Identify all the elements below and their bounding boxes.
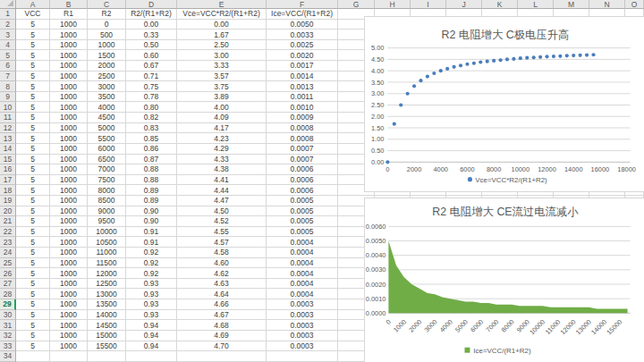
cell-A29[interactable]: 5 (16, 299, 50, 310)
cell-B5[interactable]: 1000 (50, 50, 88, 61)
cell-A26[interactable]: 5 (16, 268, 50, 279)
column-header-G[interactable]: G (338, 0, 375, 9)
cell-C23[interactable]: 10500 (88, 237, 126, 248)
cell-B7[interactable]: 1000 (50, 72, 88, 82)
cell-E21[interactable]: 4.52 (177, 216, 267, 227)
cell-D18[interactable]: 0.89 (126, 185, 177, 196)
cell-F6[interactable]: 0.0017 (267, 61, 338, 72)
cell-D3[interactable]: 0.33 (126, 29, 177, 40)
cell-A3[interactable]: 5 (16, 29, 50, 40)
row-header-19[interactable]: 19 (0, 196, 16, 206)
cell-E23[interactable]: 4.57 (177, 237, 267, 248)
cell-B9[interactable]: 1000 (50, 92, 88, 103)
cell-C1[interactable]: R2 (88, 9, 126, 20)
cell-C12[interactable]: 5000 (88, 123, 126, 134)
cell-B3[interactable]: 1000 (50, 29, 88, 40)
cell-F22[interactable]: 0.0005 (267, 227, 338, 238)
cell-E1[interactable]: Vce=VCC*R2/(R1+R2) (177, 9, 267, 20)
cell-F18[interactable]: 0.0006 (267, 185, 338, 196)
column-header-D[interactable]: D (126, 0, 177, 9)
row-header-21[interactable]: 21 (0, 216, 16, 227)
row-header-6[interactable]: 6 (0, 61, 16, 72)
row-header-30[interactable]: 30 (0, 310, 16, 321)
cell-C8[interactable]: 3000 (88, 81, 126, 92)
cell-A14[interactable]: 5 (16, 144, 50, 155)
column-header-I[interactable]: I (411, 0, 446, 9)
cell-E6[interactable]: 3.33 (177, 61, 267, 72)
cell-E33[interactable]: 4.70 (177, 341, 267, 352)
row-header-1[interactable]: 1 (0, 9, 16, 20)
cell-C32[interactable]: 15000 (88, 331, 126, 341)
row-header-5[interactable]: 5 (0, 50, 16, 61)
cell-A27[interactable]: 5 (16, 279, 50, 290)
cell-E24[interactable]: 4.58 (177, 248, 267, 258)
cell-E25[interactable]: 4.60 (177, 258, 267, 269)
cell-F24[interactable]: 0.0004 (267, 248, 338, 258)
row-header-15[interactable]: 15 (0, 155, 16, 165)
row-header-12[interactable]: 12 (0, 123, 16, 134)
cell-D17[interactable]: 0.88 (126, 175, 177, 186)
cell-C9[interactable]: 3500 (88, 92, 126, 103)
cell-F9[interactable]: 0.0011 (267, 92, 338, 103)
cell-D34[interactable] (126, 351, 177, 362)
column-header-O[interactable]: O (625, 0, 644, 9)
row-header-4[interactable]: 4 (0, 40, 16, 51)
cell-F11[interactable]: 0.0009 (267, 113, 338, 123)
cell-C21[interactable]: 9500 (88, 216, 126, 227)
select-all-corner[interactable] (0, 0, 16, 9)
cell-B1[interactable]: R1 (50, 9, 88, 20)
cell-E10[interactable]: 4.00 (177, 102, 267, 113)
cell-C22[interactable]: 10000 (88, 227, 126, 238)
cell-D29[interactable]: 0.93 (126, 299, 177, 310)
cell-B26[interactable]: 1000 (50, 268, 88, 279)
cell-A15[interactable]: 5 (16, 155, 50, 165)
row-header-25[interactable]: 25 (0, 258, 16, 269)
column-header-H[interactable]: H (375, 0, 411, 9)
cell-F16[interactable]: 0.0006 (267, 164, 338, 175)
cell-D15[interactable]: 0.87 (126, 155, 177, 165)
cell-C6[interactable]: 2000 (88, 61, 126, 72)
cell-A2[interactable]: 5 (16, 20, 50, 30)
cell-A16[interactable]: 5 (16, 164, 50, 175)
cell-F29[interactable]: 0.0003 (267, 299, 338, 310)
cell-C5[interactable]: 1500 (88, 50, 126, 61)
cell-E15[interactable]: 4.33 (177, 155, 267, 165)
cell-E8[interactable]: 3.75 (177, 81, 267, 92)
chart-vce-scatter[interactable]: R2 电阻增大 C极电压升高0.000.501.001.502.002.503.… (364, 16, 644, 192)
cell-E11[interactable]: 4.09 (177, 113, 267, 123)
cell-A31[interactable]: 5 (16, 320, 50, 331)
cell-D16[interactable]: 0.88 (126, 164, 177, 175)
row-header-33[interactable]: 33 (0, 341, 16, 352)
cell-B10[interactable]: 1000 (50, 102, 88, 113)
cell-E13[interactable]: 4.23 (177, 133, 267, 144)
cell-B12[interactable]: 1000 (50, 123, 88, 134)
column-header-N[interactable]: N (589, 0, 625, 9)
row-header-16[interactable]: 16 (0, 164, 16, 175)
cell-E17[interactable]: 4.41 (177, 175, 267, 186)
cell-D2[interactable]: 0.00 (126, 20, 177, 30)
row-header-11[interactable]: 11 (0, 113, 16, 123)
cell-C26[interactable]: 12000 (88, 268, 126, 279)
cell-B25[interactable]: 1000 (50, 258, 88, 269)
cell-A4[interactable]: 5 (16, 40, 50, 51)
row-header-7[interactable]: 7 (0, 72, 16, 82)
row-header-20[interactable]: 20 (0, 206, 16, 217)
cell-B2[interactable]: 1000 (50, 20, 88, 30)
cell-D13[interactable]: 0.85 (126, 133, 177, 144)
cell-D21[interactable]: 0.90 (126, 216, 177, 227)
cell-D25[interactable]: 0.92 (126, 258, 177, 269)
cell-C7[interactable]: 2500 (88, 72, 126, 82)
cell-F7[interactable]: 0.0014 (267, 72, 338, 82)
cell-F27[interactable]: 0.0004 (267, 279, 338, 290)
cell-D8[interactable]: 0.75 (126, 81, 177, 92)
cell-E28[interactable]: 4.64 (177, 289, 267, 299)
row-header-2[interactable]: 2 (0, 20, 16, 30)
cell-A22[interactable]: 5 (16, 227, 50, 238)
cell-F21[interactable]: 0.0005 (267, 216, 338, 227)
column-header-J[interactable]: J (446, 0, 482, 9)
row-header-22[interactable]: 22 (0, 227, 16, 238)
cell-E32[interactable]: 4.69 (177, 331, 267, 341)
cell-C13[interactable]: 5500 (88, 133, 126, 144)
row-header-10[interactable]: 10 (0, 102, 16, 113)
cell-A18[interactable]: 5 (16, 185, 50, 196)
